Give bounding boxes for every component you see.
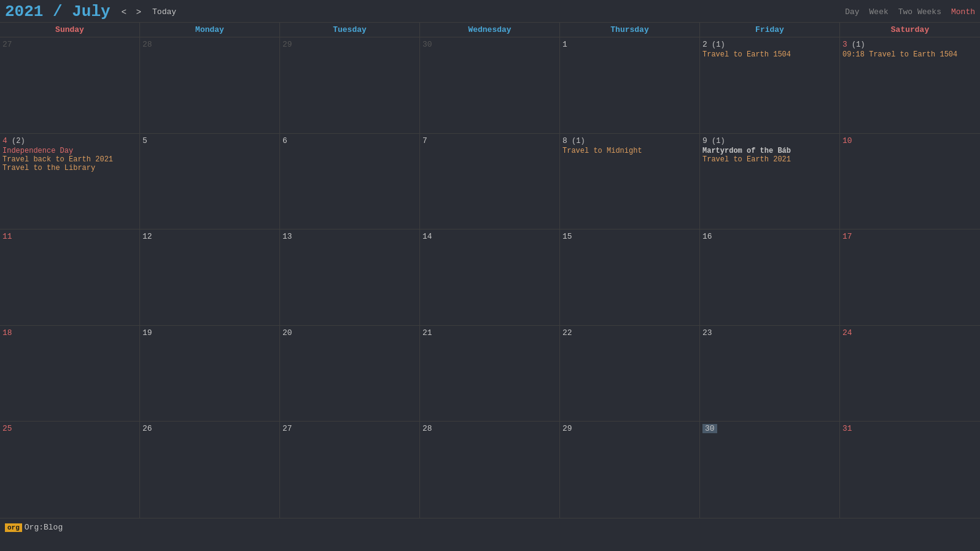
calendar-event[interactable]: Travel to Earth 2021 [702,155,837,164]
day-cell[interactable]: 28 [420,422,560,518]
day-cell[interactable]: 10 [840,134,980,229]
week-row-1: 2728293012 (1)Travel to Earth 15043 (1)0… [0,37,980,134]
day-cell[interactable]: 13 [280,229,420,325]
day-number-line: 15 [562,232,697,242]
day-cell[interactable]: 2 (1)Travel to Earth 1504 [700,37,840,133]
calendar-event[interactable]: Travel to Earth 1504 [702,50,837,59]
day-cell[interactable]: 18 [0,326,140,422]
day-number: 25 [2,424,12,433]
today-button[interactable]: Today [147,6,181,18]
day-cell[interactable]: 8 (1)Travel to Midnight [560,134,700,229]
day-cell[interactable]: 12 [140,229,280,325]
day-number-line: 29 [282,40,417,50]
day-cell[interactable]: 27 [0,37,140,133]
day-number: 30 [422,40,432,49]
footer-bar: org Org:Blog [0,518,980,536]
day-number: 21 [422,328,432,337]
calendar-grid: SundayMondayTuesdayWednesdayThursdayFrid… [0,22,980,518]
day-number: 28 [422,424,432,433]
weeks-grid: 2728293012 (1)Travel to Earth 15043 (1)0… [0,37,980,518]
day-cell[interactable]: 30 [700,422,840,518]
day-cell[interactable]: 31 [840,422,980,518]
day-cell[interactable]: 6 [280,134,420,229]
day-number: 27 [2,40,12,49]
day-number: 24 [842,328,852,337]
day-header-saturday: Saturday [840,23,980,37]
event-count: (1) [707,40,725,49]
day-cell[interactable]: 9 (1)Martyrdom of the BábTravel to Earth… [700,134,840,229]
prev-button[interactable]: < [118,6,130,18]
view-options: Day Week Two Weeks Month [845,7,975,17]
day-number: 16 [702,232,712,241]
day-cell[interactable]: 26 [140,422,280,518]
day-cell[interactable]: 23 [700,326,840,422]
nav-buttons: < > Today [118,6,181,18]
day-number-line: 27 [2,40,137,50]
day-view-option[interactable]: Day [845,7,859,17]
day-number: 28 [142,40,152,49]
calendar-event[interactable]: Travel back to Earth 2021 [2,155,137,164]
day-number-line: 30 [702,424,837,434]
day-number-line: 7 [422,136,557,147]
day-cell[interactable]: 25 [0,422,140,518]
day-cell[interactable]: 5 [140,134,280,229]
day-number: 1 [562,40,567,49]
day-cell[interactable]: 16 [700,229,840,325]
day-number: 7 [422,136,427,145]
day-cell[interactable]: 27 [280,422,420,518]
day-cell[interactable]: 28 [140,37,280,133]
day-number: 22 [562,328,572,337]
day-number: 13 [282,232,292,241]
day-cell[interactable]: 19 [140,326,280,422]
day-number-line: 30 [422,40,557,50]
day-cell[interactable]: 4 (2)Independence DayTravel back to Eart… [0,134,140,229]
day-number: 26 [142,424,152,433]
day-number: 17 [842,232,852,241]
day-cell[interactable]: 22 [560,326,700,422]
calendar-event[interactable]: Independence Day [2,147,137,155]
day-cell[interactable]: 1 [560,37,700,133]
calendar-event[interactable]: Martyrdom of the Báb [702,147,837,155]
calendar-event[interactable]: Travel to the Library [2,164,137,172]
calendar-event[interactable]: 09:18 Travel to Earth 1504 [842,50,978,59]
footer-tag: org [5,523,22,532]
day-cell[interactable]: 11 [0,229,140,325]
day-cell[interactable]: 20 [280,326,420,422]
day-header-thursday: Thursday [560,23,700,37]
day-cell[interactable]: 15 [560,229,700,325]
day-cell[interactable]: 29 [280,37,420,133]
day-number: 5 [142,136,147,145]
day-number: 29 [282,40,292,49]
day-cell[interactable]: 21 [420,326,560,422]
day-cell[interactable]: 29 [560,422,700,518]
year-label: 2021 [5,2,43,21]
day-cell[interactable]: 7 [420,134,560,229]
next-button[interactable]: > [133,6,145,18]
week-view-option[interactable]: Week [869,7,889,17]
day-number: 31 [842,424,852,433]
day-number-line: 10 [842,136,978,147]
event-count: (1) [847,40,865,49]
day-number-line: 28 [142,40,277,50]
calendar-event[interactable]: Travel to Midnight [562,147,697,155]
calendar-title: 2021 / July [5,2,111,21]
day-number-line: 27 [282,424,417,434]
calendar-header: 2021 / July < > Today Day Week Two Weeks… [0,0,980,22]
day-cell[interactable]: 24 [840,326,980,422]
week-row-4: 18192021222324 [0,326,980,422]
day-cell[interactable]: 17 [840,229,980,325]
day-number-line: 23 [702,328,837,339]
month-view-option[interactable]: Month [951,7,975,17]
day-number-line: 5 [142,136,277,147]
day-number: 27 [282,424,292,433]
day-cell[interactable]: 30 [420,37,560,133]
day-number-line: 12 [142,232,277,242]
day-cell[interactable]: 3 (1)09:18 Travel to Earth 1504 [840,37,980,133]
day-cell[interactable]: 14 [420,229,560,325]
day-header-tuesday: Tuesday [280,23,420,37]
slash-sep: / [53,2,72,21]
day-number: 23 [702,328,712,337]
day-number: 8 [562,136,567,145]
two-weeks-view-option[interactable]: Two Weeks [898,7,941,17]
day-headers-row: SundayMondayTuesdayWednesdayThursdayFrid… [0,23,980,37]
